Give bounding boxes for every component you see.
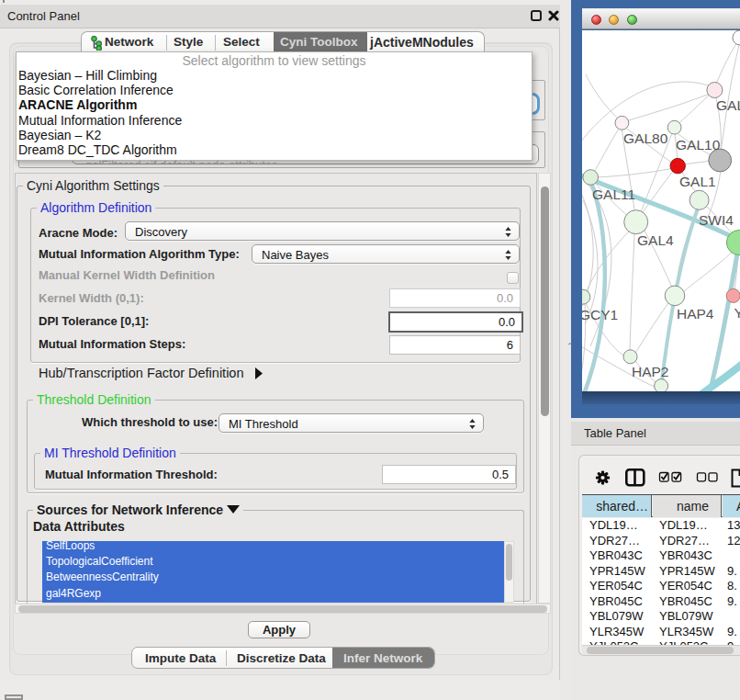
svg-text:GCY1: GCY1 (582, 307, 618, 322)
svg-text:GAL1: GAL1 (679, 174, 716, 189)
svg-text:HAP4: HAP4 (677, 306, 714, 322)
svg-text:GAL4: GAL4 (637, 232, 674, 248)
svg-text:GAL80: GAL80 (623, 130, 668, 146)
svg-text:GAL11: GAL11 (592, 186, 635, 202)
svg-text:SWI4: SWI4 (699, 212, 734, 228)
svg-text:Y: Y (734, 305, 740, 321)
svg-text:GAL10: GAL10 (676, 137, 721, 152)
svg-text:HAP2: HAP2 (632, 364, 669, 379)
svg-text:GAL: GAL (716, 97, 740, 113)
